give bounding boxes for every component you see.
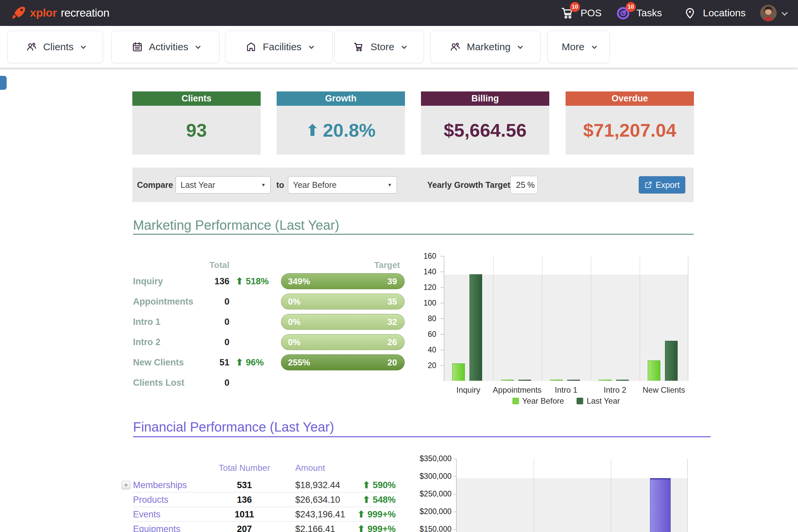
row-label[interactable]: Products: [133, 492, 169, 507]
nav-item-more[interactable]: More: [547, 31, 610, 63]
people-icon: [450, 41, 461, 53]
nav-item-activities[interactable]: Activities: [111, 31, 220, 63]
table-row: Events1011$243,196.41⬆ 999+%: [133, 507, 399, 522]
marketing-heading-rule: [133, 234, 694, 235]
topbar-locations-label: Locations: [703, 7, 745, 19]
row-label[interactable]: Memberships: [133, 478, 187, 492]
side-panel-handle[interactable]: [0, 76, 7, 90]
legend-item[interactable]: Last Year: [576, 396, 620, 406]
bar-year-before-intro-1: [550, 380, 563, 381]
row-total: 51: [183, 355, 229, 370]
row-label[interactable]: Equipments: [133, 522, 180, 532]
target-progress-pill: 0%32: [281, 314, 405, 330]
row-label: Inquiry: [133, 273, 163, 289]
financial-heading-rule: [133, 436, 710, 437]
up-arrow-icon: ⬆: [363, 495, 373, 505]
row-change: ⬆ 590%: [329, 478, 396, 492]
topbar-item-pos[interactable]: 10 POS: [559, 0, 602, 26]
bar-last-year-inquiry: [470, 274, 482, 381]
top-bar: xplor recreation 10 POS 10 Tasks: [0, 0, 798, 26]
up-arrow-icon: ⬆: [358, 524, 367, 532]
nav-facilities-label: Facilities: [263, 41, 302, 53]
chart-gridline: [542, 256, 542, 381]
nav-item-store[interactable]: Store: [335, 31, 424, 63]
axis-category-label: Intro 2: [590, 385, 640, 395]
legend-label: Last Year: [587, 396, 620, 406]
topbar-pos-label: POS: [581, 7, 602, 19]
topbar-item-tasks[interactable]: 10 Tasks: [615, 0, 662, 26]
row-change: ⬆ 548%: [329, 492, 396, 507]
nav-marketing-label: Marketing: [467, 41, 511, 53]
pill-target: 26: [387, 335, 397, 350]
legend-item[interactable]: Year Before: [512, 396, 564, 406]
rocket-icon: [11, 5, 26, 20]
growth-target-label: Yearly Growth Target:: [427, 180, 513, 190]
topbar-item-locations[interactable]: Locations: [682, 0, 745, 26]
bar-last-year-new-clients: [665, 341, 678, 381]
stat-card-growth: Growth ⬆ 20.8%: [277, 92, 405, 155]
expand-plus-icon[interactable]: +: [122, 481, 130, 490]
bar-last-year: [650, 478, 671, 532]
stat-card-title: Clients: [132, 92, 261, 106]
nav-item-clients[interactable]: Clients: [7, 31, 103, 63]
compare-from-select[interactable]: Last Year ▼: [175, 176, 271, 193]
axis-tick-label: 160: [412, 252, 436, 261]
table-row: Equipments207$2,166.41⬆ 999+%: [133, 522, 399, 532]
axis-tick-mark: [440, 287, 444, 288]
caret-down-icon: ▼: [387, 182, 392, 188]
nav-item-marketing[interactable]: Marketing: [430, 31, 540, 63]
row-change: ⬆ 999+%: [329, 507, 396, 522]
legend-swatch: [576, 398, 583, 404]
row-label: New Clients: [133, 355, 184, 370]
nav-item-facilities[interactable]: Facilities: [225, 31, 333, 63]
row-total: 136: [214, 492, 274, 507]
chart-gridline: [611, 459, 611, 532]
export-label: Export: [656, 180, 680, 190]
stat-card-value: 20.8%: [323, 119, 376, 141]
stat-card-title: Growth: [277, 92, 405, 106]
table-row: Appointments00%35: [133, 293, 409, 314]
row-label[interactable]: Events: [133, 507, 160, 522]
row-change: ⬆ 96%: [236, 355, 264, 370]
user-menu[interactable]: [760, 0, 786, 26]
axis-category-label: Inquiry: [444, 385, 493, 395]
row-total: 207: [214, 522, 274, 532]
chevron-down-icon: [81, 43, 86, 49]
up-arrow-icon: ⬆: [363, 480, 373, 490]
calendar-icon: [132, 41, 143, 53]
axis-tick-label: 60: [412, 330, 436, 339]
chart-plot-area: [444, 256, 688, 381]
row-total: 1011: [214, 507, 274, 522]
target-progress-pill: 255%20: [281, 355, 405, 370]
target-progress-pill: 0%26: [281, 334, 405, 350]
financial-col-amount: Amount: [295, 463, 325, 473]
row-label: Intro 1: [133, 314, 160, 330]
export-icon: [644, 181, 652, 189]
chart-plot-area: [456, 459, 688, 532]
marketing-section-heading: Marketing Performance (Last Year): [133, 218, 339, 233]
table-row: Intro 200%26: [133, 334, 409, 355]
axis-tick-mark: [440, 303, 444, 303]
brand-name-primary: xplor: [30, 6, 57, 19]
row-total: 0: [183, 375, 229, 391]
nav-store-label: Store: [370, 41, 394, 53]
compare-to-select[interactable]: Year Before ▼: [288, 176, 397, 193]
table-row: +Memberships531$18,932.44⬆ 590%: [133, 478, 399, 492]
stat-card-overdue: Overdue $71,207.04: [566, 92, 694, 155]
target-progress-pill: 0%35: [281, 293, 405, 309]
growth-target-input[interactable]: [513, 180, 525, 190]
export-button[interactable]: Export: [639, 176, 685, 193]
axis-tick-mark: [440, 365, 444, 366]
marketing-table: Inquiry136⬆ 518%349%39Appointments00%35I…: [133, 273, 409, 395]
bar-last-year-appointments: [518, 380, 531, 381]
axis-tick-mark: [440, 319, 444, 319]
up-arrow-icon: ⬆: [236, 276, 246, 286]
axis-tick-mark: [440, 256, 444, 256]
tasks-badge: 10: [626, 2, 636, 12]
brand-logo[interactable]: xplor recreation: [11, 5, 109, 20]
chart-gridline: [534, 459, 534, 532]
caret-down-icon: ▼: [261, 182, 266, 188]
nav-more-label: More: [562, 41, 584, 53]
location-pin-icon: [683, 6, 697, 20]
row-total: 0: [183, 334, 229, 350]
